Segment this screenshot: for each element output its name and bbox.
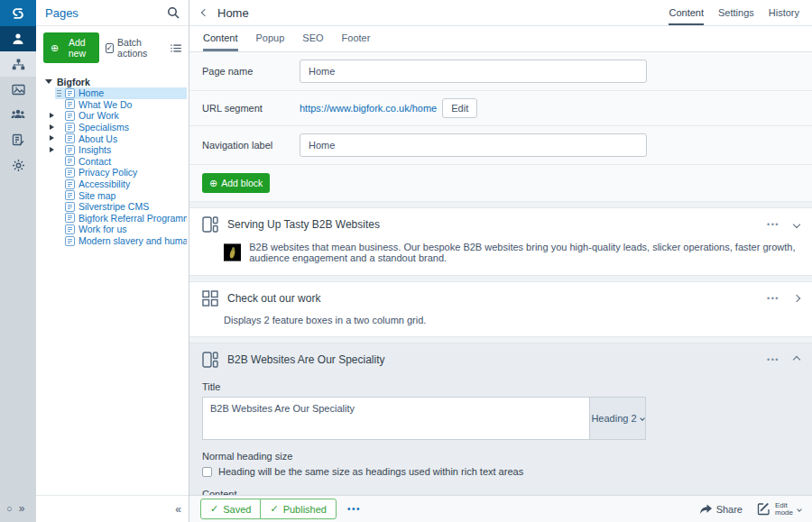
tree-item-what-we-do[interactable]: What We Do <box>43 99 187 111</box>
tab-history[interactable]: History <box>769 0 799 25</box>
saved-button[interactable]: ✓ Saved <box>200 499 261 519</box>
url-segment-link[interactable]: https://www.bigfork.co.uk/home <box>300 103 437 114</box>
tree-item-about-us[interactable]: About Us <box>43 133 187 144</box>
expand-arrow-icon[interactable] <box>50 135 54 141</box>
tree-item-site-map[interactable]: Site map <box>43 189 187 201</box>
page-name-input[interactable] <box>300 60 647 83</box>
share-button[interactable]: Share <box>699 504 743 515</box>
add-new-button[interactable]: ⊕ Add new <box>43 32 99 63</box>
collapse-panel-icon[interactable]: « <box>175 503 180 516</box>
tree-item-contact[interactable]: Contact <box>43 156 187 168</box>
tree-item-our-work[interactable]: Our Work <box>43 110 187 122</box>
list-view-icon[interactable] <box>171 43 181 53</box>
published-button[interactable]: ✓ Published <box>260 499 337 519</box>
silverstripe-admin: ○ » Pages ⊕ Add new ✓ Batch actions <box>0 0 812 522</box>
back-icon[interactable] <box>201 9 208 16</box>
batch-actions-button[interactable]: ✓ Batch actions <box>106 37 165 59</box>
tree-item-label: Modern slavery and human traffick... <box>78 235 187 246</box>
collapse-arrow-icon[interactable] <box>45 79 52 84</box>
block-serving-up-tasty: Serving Up Tasty B2B Websites ••• B2B we… <box>189 207 812 276</box>
pages-panel-title: Pages <box>45 6 78 20</box>
drag-handle-icon[interactable] <box>57 89 61 97</box>
tree-item-privacy-policy[interactable]: Privacy Policy <box>43 167 187 179</box>
url-segment-row: URL segment https://www.bigfork.co.uk/ho… <box>189 91 812 126</box>
block-controls: ••• <box>767 294 799 303</box>
site-tree-icon <box>12 58 25 71</box>
url-segment-label: URL segment <box>202 103 300 114</box>
block-header[interactable]: B2B Websites Are Our Speciality ••• <box>189 343 812 374</box>
block-title: Check out our work <box>227 292 320 305</box>
nav-security[interactable] <box>0 102 36 127</box>
block-header[interactable]: Serving Up Tasty B2B Websites ••• <box>189 208 812 239</box>
user-icon <box>12 32 24 45</box>
status-button-group: ✓ Saved ✓ Published <box>200 499 337 519</box>
tree-item-work-for-us[interactable]: Work for us <box>43 224 187 235</box>
nav-reports[interactable] <box>0 127 36 152</box>
heading-size-checkbox[interactable] <box>202 467 212 477</box>
nav-pages[interactable] <box>0 51 36 77</box>
check-icon: ✓ <box>270 503 278 515</box>
block-check-out-our-work: Check out our work ••• Displays 2 featur… <box>189 281 812 337</box>
navigation-label-input[interactable] <box>300 133 647 157</box>
nav-settings[interactable] <box>0 152 36 178</box>
expand-arrow-icon[interactable] <box>50 113 54 118</box>
tree-item-label: About Us <box>78 133 117 144</box>
add-block-label: Add block <box>221 178 263 188</box>
content-subtabs: Content Popup SEO Footer <box>189 26 812 52</box>
pages-toolbar: ⊕ Add new ✓ Batch actions <box>36 26 189 69</box>
tree-item-specialisms[interactable]: Specialisms <box>43 122 187 133</box>
page-icon <box>65 145 75 155</box>
report-icon <box>12 133 24 146</box>
heading-size-label: Normal heading size <box>202 451 799 462</box>
url-edit-button[interactable]: Edit <box>442 98 477 118</box>
heading-level-select[interactable]: Heading 2 <box>590 397 646 440</box>
title-field-label: Title <box>202 381 799 392</box>
tree-item-silverstripe-cms[interactable]: Silverstripe CMS <box>43 201 187 213</box>
tree-item-label: Specialisms <box>78 122 129 133</box>
tree-item-insights[interactable]: Insights <box>43 144 187 156</box>
title-field-textarea[interactable]: B2B Websites Are Our Speciality <box>202 397 590 440</box>
block-menu-icon[interactable]: ••• <box>767 294 780 303</box>
add-block-button[interactable]: ⊕ Add block <box>202 173 270 193</box>
tree-item-bigfork-referral[interactable]: Bigfork Referral Programme <box>43 213 187 224</box>
tree-item-home[interactable]: Home <box>43 87 187 99</box>
more-actions-icon[interactable]: ••• <box>347 504 361 514</box>
cms-menu: ○ » <box>0 0 36 522</box>
block-menu-icon[interactable]: ••• <box>767 220 780 229</box>
chevron-up-icon[interactable] <box>793 356 800 363</box>
check-icon: ✓ <box>210 503 218 515</box>
search-icon[interactable] <box>167 6 180 19</box>
grid-block-icon <box>202 290 218 307</box>
tree-item-label: Accessibility <box>78 179 130 189</box>
nav-files[interactable] <box>0 77 36 102</box>
tab-content[interactable]: Content <box>669 0 704 25</box>
block-menu-icon[interactable]: ••• <box>767 355 780 364</box>
expand-arrow-icon[interactable] <box>50 147 54 152</box>
block-summary: Displays 2 feature boxes in a two column… <box>189 313 812 336</box>
nav-profile[interactable] <box>0 26 36 51</box>
edit-mode-button[interactable]: Edit mode <box>757 502 801 517</box>
block-summary-text: B2B websites that mean business. Our bes… <box>249 242 799 263</box>
chevron-right-icon[interactable] <box>793 295 800 302</box>
tree-item-modern-slavery[interactable]: Modern slavery and human traffick... <box>43 235 187 247</box>
subtab-seo[interactable]: SEO <box>302 26 323 51</box>
tree-item-accessibility[interactable]: Accessibility <box>43 179 187 190</box>
tree-item-label: Silverstripe CMS <box>78 201 149 212</box>
tree-root-bigfork[interactable]: Bigfork <box>43 76 187 87</box>
add-block-row: ⊕ Add block <box>189 165 812 202</box>
banner-block-icon <box>202 352 218 368</box>
block-controls: ••• <box>767 220 799 229</box>
tab-settings[interactable]: Settings <box>718 0 754 25</box>
pages-panel-header: Pages <box>36 0 189 26</box>
page-icon <box>65 190 75 200</box>
subtab-content[interactable]: Content <box>203 26 238 51</box>
subtab-popup[interactable]: Popup <box>256 26 285 51</box>
expand-arrow-icon[interactable] <box>50 124 54 130</box>
chevron-down-icon[interactable] <box>793 221 800 228</box>
expand-menu-icon[interactable]: » <box>19 502 24 515</box>
block-header[interactable]: Check out our work ••• <box>189 282 812 313</box>
help-icon[interactable]: ○ <box>6 503 13 514</box>
silverstripe-logo[interactable] <box>0 0 36 26</box>
subtab-footer[interactable]: Footer <box>342 26 371 51</box>
page-icon <box>65 99 75 109</box>
